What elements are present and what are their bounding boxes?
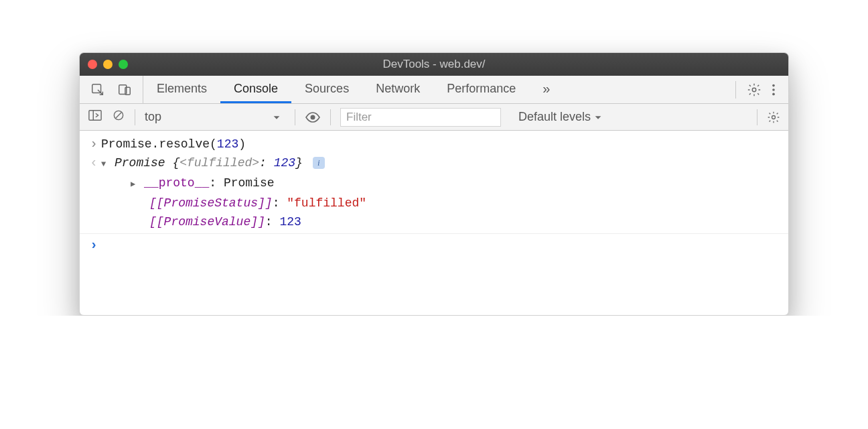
tabbar-right-icons — [722, 76, 788, 103]
code-token: Promise.resolve( — [101, 137, 217, 151]
console-toolbar: top Default levels — [80, 104, 788, 131]
result-summary[interactable]: ▼ Promise {<fulfilled>: 123} i — [101, 154, 782, 174]
inspect-element-icon[interactable] — [90, 82, 105, 97]
svg-point-10 — [772, 115, 776, 119]
separator — [330, 109, 331, 125]
tab-elements[interactable]: Elements — [143, 76, 220, 103]
disclosure-closed-icon[interactable]: ▶ — [131, 180, 135, 189]
toggle-sidebar-icon[interactable] — [88, 109, 102, 125]
panel-tabs: Elements Console Sources Network Perform… — [143, 76, 563, 103]
svg-point-9 — [311, 115, 315, 119]
separator — [295, 109, 295, 125]
tab-label: Elements — [157, 82, 207, 96]
minimize-window-button[interactable] — [103, 60, 113, 69]
svg-point-3 — [752, 88, 756, 92]
context-label: top — [145, 110, 161, 124]
tab-label: Network — [376, 82, 420, 96]
execution-context-select[interactable]: top — [145, 110, 285, 124]
svg-rect-7 — [89, 111, 101, 121]
input-code: Promise.resolve(123) — [101, 135, 782, 154]
info-badge-icon[interactable]: i — [313, 157, 325, 169]
status-key: [[PromiseStatus]] — [149, 196, 273, 210]
proto-key: __proto__ — [144, 176, 209, 190]
output-marker-icon — [86, 154, 101, 172]
value-key: [[PromiseValue]] — [149, 215, 265, 229]
tab-label: Performance — [447, 82, 516, 96]
svg-point-6 — [772, 93, 775, 95]
svg-point-5 — [772, 88, 775, 91]
more-menu-icon[interactable] — [768, 82, 779, 97]
proto-value: Promise — [224, 176, 275, 190]
traffic-lights — [88, 60, 128, 69]
chevron-down-icon — [593, 113, 603, 122]
chevron-down-icon — [272, 113, 281, 122]
tab-console[interactable]: Console — [220, 76, 291, 103]
separator — [735, 81, 736, 99]
result-value: 123 — [274, 156, 295, 170]
overflow-glyph: » — [542, 81, 550, 97]
svg-point-4 — [772, 84, 775, 86]
tab-label: Sources — [305, 82, 349, 96]
log-levels-select[interactable]: Default levels — [518, 110, 603, 124]
devtools-window: DevTools - web.dev/ Elements Console Sou… — [79, 52, 789, 316]
window-titlebar: DevTools - web.dev/ — [80, 53, 788, 76]
result-type: Promise — [115, 156, 165, 170]
result-state: <fulfilled> — [179, 156, 259, 170]
tab-sources[interactable]: Sources — [291, 76, 362, 103]
input-marker-icon — [86, 135, 101, 154]
levels-label: Default levels — [518, 110, 591, 124]
tab-label: Console — [234, 82, 278, 96]
zoom-window-button[interactable] — [119, 60, 128, 69]
separator — [757, 109, 757, 125]
tabs-overflow-button[interactable]: » — [529, 76, 563, 103]
result-proto-row[interactable]: ▶ __proto__: Promise — [80, 174, 788, 194]
brace: { — [172, 156, 179, 170]
close-window-button[interactable] — [88, 60, 97, 69]
brace: } — [295, 156, 303, 170]
console-settings-gear-icon[interactable] — [767, 111, 780, 124]
colon: : — [259, 156, 274, 170]
inspect-tools-group — [80, 76, 143, 103]
status-value: "fulfilled" — [287, 196, 366, 210]
prompt-marker-icon — [86, 236, 101, 255]
window-title: DevTools - web.dev/ — [80, 58, 788, 71]
filter-input[interactable] — [340, 108, 501, 127]
console-output: Promise.resolve(123) ▼ Promise {<fulfill… — [80, 131, 788, 315]
tab-performance[interactable]: Performance — [433, 76, 529, 103]
live-expression-icon[interactable] — [305, 111, 321, 123]
clear-console-icon[interactable] — [112, 109, 125, 125]
settings-gear-icon[interactable] — [747, 82, 762, 97]
code-token-number: 123 — [217, 137, 238, 151]
panel-tabbar: Elements Console Sources Network Perform… — [80, 76, 788, 104]
separator — [135, 109, 135, 125]
tab-network[interactable]: Network — [362, 76, 433, 103]
result-status-row: [[PromiseStatus]]: "fulfilled" — [80, 194, 788, 212]
console-input-echo: Promise.resolve(123) — [80, 135, 788, 154]
console-prompt-row[interactable] — [80, 236, 788, 255]
value-value: 123 — [279, 215, 301, 229]
result-value-row: [[PromiseValue]]: 123 — [80, 212, 788, 231]
disclosure-open-icon[interactable]: ▼ — [101, 160, 106, 169]
code-token: ) — [238, 137, 246, 151]
console-result-row: ▼ Promise {<fulfilled>: 123} i — [80, 154, 788, 174]
device-toggle-icon[interactable] — [117, 82, 132, 97]
separator — [80, 233, 788, 234]
